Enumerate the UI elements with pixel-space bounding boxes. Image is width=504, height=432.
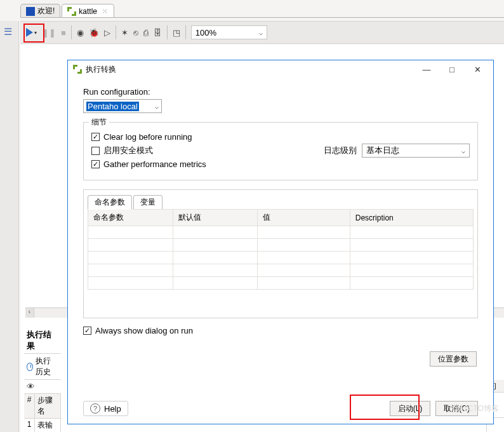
run-configuration-label: Run configuration:: [83, 87, 478, 97]
tab-variables[interactable]: 变量: [133, 195, 162, 209]
log-level-select[interactable]: 基本日志⌵: [362, 144, 470, 158]
separator: [71, 25, 72, 39]
col-num: #: [24, 394, 35, 418]
help-button[interactable]: ? Help: [83, 401, 128, 416]
preview-tab[interactable]: 👁: [24, 379, 61, 393]
always-show-checkbox[interactable]: ✓: [83, 327, 91, 335]
log-level-label: 日志级别: [324, 145, 357, 156]
chevron-down-icon: ⌵: [259, 29, 263, 36]
toolbar: ▾ ❚❚ ■ ◉ 🐞 ▷ ✶ ⎋ ⎙ 🗄 ◳ 100%⌵: [20, 21, 504, 44]
scroll-left-button[interactable]: ‹: [25, 308, 34, 318]
table-row[interactable]: 1表输入: [24, 419, 61, 432]
close-tab-icon[interactable]: ⛌: [102, 8, 109, 15]
step-metrics-table: #步骤名 1表输入 2插入 /: [24, 393, 61, 432]
debug-button[interactable]: 🐞: [89, 25, 99, 40]
welcome-icon: [26, 7, 35, 16]
help-label: Help: [104, 404, 121, 414]
tab-welcome[interactable]: 欢迎!: [20, 4, 60, 18]
eye-icon: 👁: [27, 382, 35, 391]
separator: [167, 25, 168, 39]
execute-transformation-dialog: 执行转换 — □ ✕ Run configuration: Pentaho lo…: [67, 60, 494, 424]
col-default: 默认值: [173, 210, 258, 226]
zoom-select[interactable]: 100%⌵: [191, 25, 267, 39]
tab-kattle[interactable]: kattle ⛌: [62, 4, 114, 18]
step-name: 表输入: [35, 419, 61, 432]
parameters-fieldset: 命名参数 变量 命名参数 默认值 值 Description: [83, 189, 478, 318]
dialog-body: Run configuration: Pentaho local ⌵ 细节 ✓C…: [68, 78, 493, 424]
replay-button[interactable]: ▷: [104, 25, 110, 40]
table-row[interactable]: [88, 252, 474, 264]
history-label: 执行历史: [36, 356, 58, 377]
run-configuration-select[interactable]: Pentaho local ⌵: [83, 99, 162, 113]
results-title: 执行结果: [24, 328, 61, 353]
details-fieldset: 细节 ✓Clear log before running 启用安全模式 ✓Gat…: [83, 122, 478, 180]
table-row[interactable]: [88, 277, 474, 290]
position-parameters-button[interactable]: 位置参数: [430, 351, 477, 367]
help-icon: ?: [90, 403, 100, 414]
editor-tabs: 欢迎! kattle ⛌: [20, 3, 116, 18]
tabbar-divider: [20, 17, 504, 18]
close-button[interactable]: ✕: [467, 62, 488, 76]
history-tab[interactable]: 执行历史: [24, 353, 61, 379]
transformation-icon: [73, 65, 82, 74]
col-desc: Description: [350, 210, 473, 226]
always-show-row: ✓ Always show dialog on run: [83, 326, 478, 335]
sql-button[interactable]: ⎙: [143, 25, 149, 40]
maximize-button[interactable]: □: [441, 62, 463, 76]
minimize-button[interactable]: —: [416, 62, 437, 76]
clear-log-checkbox[interactable]: ✓: [91, 133, 100, 141]
col-value: 值: [258, 210, 350, 226]
tab-named-params[interactable]: 命名参数: [88, 195, 132, 209]
impact-button[interactable]: ⎋: [133, 25, 138, 40]
results-panel: 执行结果 执行历史 👁 #步骤名 1表输入 2插入 /: [24, 328, 61, 432]
table-row[interactable]: [88, 239, 474, 252]
separator: [116, 25, 116, 39]
tab-label: 欢迎!: [37, 6, 55, 17]
table-header: #步骤名: [24, 394, 61, 419]
safe-mode-checkbox[interactable]: [91, 147, 100, 155]
list-view-icon[interactable]: ☰: [4, 26, 15, 37]
table-row[interactable]: [88, 226, 474, 239]
cancel-button[interactable]: 取消(C): [435, 401, 478, 416]
col-param: 命名参数: [88, 210, 173, 226]
log-level-value: 基本日志: [366, 145, 399, 156]
dialog-titlebar[interactable]: 执行转换 — □ ✕: [68, 60, 493, 78]
perf-metrics-label: Gather performance metrics: [103, 159, 206, 169]
left-sidebar: ☰: [0, 21, 19, 432]
safe-mode-label: 启用安全模式: [103, 145, 153, 156]
verify-button[interactable]: ✶: [121, 25, 128, 40]
preview-button[interactable]: ◉: [77, 25, 84, 40]
perf-metrics-checkbox[interactable]: ✓: [91, 160, 100, 168]
col-step: 步骤名: [35, 394, 61, 418]
table-header: 命名参数 默认值 值 Description: [88, 210, 474, 226]
zoom-value: 100%: [196, 28, 216, 37]
show-results-button[interactable]: ◳: [173, 25, 180, 40]
details-legend: 细节: [89, 117, 109, 128]
chevron-down-icon: ⌵: [155, 103, 159, 110]
dialog-title: 执行转换: [86, 64, 412, 75]
explore-button[interactable]: 🗄: [154, 25, 162, 40]
tab-label: kattle: [79, 7, 97, 16]
chevron-down-icon: ⌵: [461, 147, 465, 154]
highlight-launch-button: [350, 395, 420, 420]
run-configuration-value: Pentaho local: [86, 102, 139, 111]
separator: [185, 25, 186, 39]
parameters-table[interactable]: 命名参数 默认值 值 Description: [88, 209, 474, 290]
transformation-icon: [67, 7, 76, 16]
highlight-run-button: [23, 24, 44, 43]
table-row[interactable]: [88, 264, 474, 277]
clear-log-label: Clear log before running: [103, 132, 192, 142]
params-tabs: 命名参数 变量: [88, 195, 474, 210]
always-show-label: Always show dialog on run: [95, 326, 193, 335]
clock-icon: [27, 363, 33, 371]
stop-button[interactable]: ■: [61, 25, 66, 40]
